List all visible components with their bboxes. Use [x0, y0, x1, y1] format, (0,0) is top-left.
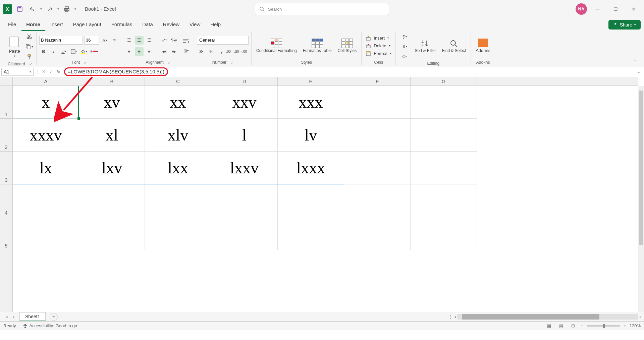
increase-decimal-button[interactable]: .00→.0: [227, 47, 236, 56]
format-cells-button[interactable]: Format▾: [364, 50, 393, 57]
tab-data[interactable]: Data: [138, 19, 158, 31]
column-header-D[interactable]: D: [211, 77, 278, 86]
align-top-button[interactable]: ☰: [125, 36, 133, 45]
undo-button[interactable]: [28, 4, 38, 14]
cell-C2[interactable]: xlv: [145, 119, 211, 152]
cell-E4[interactable]: [278, 184, 344, 217]
align-center-button[interactable]: ≡: [135, 47, 144, 56]
cell-A5[interactable]: [13, 217, 79, 250]
column-header-A[interactable]: A: [13, 77, 79, 86]
page-layout-view-button[interactable]: ▤: [557, 322, 566, 330]
column-header-E[interactable]: E: [278, 77, 344, 86]
cell-B4[interactable]: [79, 184, 145, 217]
accessibility-status[interactable]: Accessibility: Good to go: [23, 323, 77, 328]
copy-button[interactable]: ▾: [25, 42, 34, 51]
format-as-table-button[interactable]: Format as Table: [301, 37, 334, 54]
sort-filter-button[interactable]: AZ Sort & Filter: [413, 38, 438, 54]
align-left-button[interactable]: ≡: [125, 47, 133, 56]
cell-A2[interactable]: xxxv: [13, 119, 79, 152]
cancel-formula-button[interactable]: ✕: [40, 68, 47, 75]
cell-G4[interactable]: [411, 184, 477, 217]
cell-G3[interactable]: [411, 152, 477, 184]
clipboard-launcher[interactable]: ⤢: [29, 62, 32, 66]
save-button[interactable]: [15, 4, 25, 14]
font-launcher[interactable]: ⤢: [84, 61, 87, 64]
number-launcher[interactable]: ⤢: [230, 61, 233, 64]
cell-C5[interactable]: [145, 217, 211, 250]
cell-E1[interactable]: xxx: [278, 86, 344, 119]
increase-indent-button[interactable]: ≡▸: [170, 47, 178, 56]
minimize-button[interactable]: ─: [590, 3, 605, 15]
tab-file[interactable]: File: [3, 19, 21, 31]
vertical-scrollbar[interactable]: [638, 86, 644, 312]
paste-button[interactable]: Paste ▾: [6, 35, 23, 59]
cell-F2[interactable]: [344, 119, 411, 152]
comma-format-button[interactable]: ,: [217, 47, 226, 56]
column-header-C[interactable]: C: [145, 77, 211, 86]
row-header-4[interactable]: 4: [0, 184, 12, 217]
row-header-5[interactable]: 5: [0, 217, 12, 250]
align-right-button[interactable]: ≡: [145, 47, 154, 56]
cell-C4[interactable]: [145, 184, 211, 217]
bold-button[interactable]: B: [39, 47, 48, 56]
hscroll-right[interactable]: ▸: [640, 315, 641, 319]
tab-review[interactable]: Review: [158, 19, 184, 31]
sheet-tab-active[interactable]: Sheet1: [19, 312, 46, 321]
hscroll-thumb[interactable]: [462, 314, 599, 320]
italic-button[interactable]: I: [49, 47, 58, 56]
insert-function-button[interactable]: fx: [57, 69, 60, 74]
decrease-decimal-button[interactable]: .0→.00: [237, 47, 246, 56]
underline-button[interactable]: U▾: [59, 47, 68, 56]
addins-button[interactable]: Add-ins: [474, 37, 492, 54]
font-name-select[interactable]: [39, 36, 83, 45]
column-header-G[interactable]: G: [411, 77, 477, 86]
cell-B5[interactable]: [79, 217, 145, 250]
undo-dropdown[interactable]: ▾: [40, 7, 42, 11]
expand-formula-bar-button[interactable]: ⌄: [635, 69, 643, 74]
add-sheet-button[interactable]: +: [50, 313, 58, 321]
cell-D1[interactable]: xxv: [211, 86, 278, 119]
cell-G1[interactable]: [411, 86, 477, 119]
select-all-corner[interactable]: [0, 77, 13, 86]
tab-view[interactable]: View: [185, 19, 205, 31]
fill-button[interactable]: ⬇▾: [398, 42, 411, 51]
enter-formula-button[interactable]: ✓: [47, 68, 55, 75]
page-break-view-button[interactable]: ⊞: [569, 322, 578, 330]
tab-page-layout[interactable]: Page Layout: [68, 19, 106, 31]
borders-button[interactable]: ▾: [69, 47, 78, 56]
zoom-thumb[interactable]: [603, 324, 605, 328]
number-format-select[interactable]: [197, 36, 249, 45]
decrease-indent-button[interactable]: ◂≡: [160, 47, 168, 56]
row-header-1[interactable]: 1: [0, 86, 12, 119]
cell-A3[interactable]: lx: [13, 152, 79, 184]
column-header-F[interactable]: F: [344, 77, 411, 86]
cell-styles-button[interactable]: Cell Styles: [336, 37, 359, 54]
align-bottom-button[interactable]: ☰: [145, 36, 154, 45]
orientation-button[interactable]: ⤢▾: [160, 36, 168, 45]
cells-area[interactable]: xxvxxxxvxxxxxxvxlxlvllvlxlxvlxxlxxvlxxx: [13, 86, 638, 312]
fill-handle[interactable]: [77, 117, 80, 120]
cell-E3[interactable]: lxxx: [278, 152, 344, 184]
cell-B1[interactable]: xv: [79, 86, 145, 119]
zoom-out-button[interactable]: −: [581, 323, 584, 328]
hscroll-left[interactable]: ◂: [454, 315, 456, 319]
wrap-text-button[interactable]: [180, 37, 191, 45]
name-box[interactable]: A1 ▾: [1, 68, 34, 76]
cell-E5[interactable]: [278, 217, 344, 250]
cut-button[interactable]: [25, 32, 34, 41]
tab-insert[interactable]: Insert: [46, 19, 68, 31]
formula-input[interactable]: =LOWER(ROMAN(SEQUENCE(3,5,10,5))): [62, 68, 635, 76]
share-button[interactable]: Share ▾: [608, 20, 641, 30]
font-color-button[interactable]: A▾: [90, 47, 98, 56]
vscroll-thumb[interactable]: [639, 91, 643, 245]
cell-F3[interactable]: [344, 152, 411, 184]
accounting-format-button[interactable]: $▾: [197, 47, 206, 56]
conditional-formatting-button[interactable]: Conditional Formatting: [254, 37, 299, 54]
cell-D4[interactable]: [211, 184, 278, 217]
font-size-select[interactable]: [84, 36, 99, 45]
alignment-launcher[interactable]: ⤢: [168, 61, 170, 64]
cell-E2[interactable]: lv: [278, 119, 344, 152]
redo-button[interactable]: [45, 4, 55, 14]
tab-formulas[interactable]: Formulas: [107, 19, 137, 31]
cell-C3[interactable]: lxx: [145, 152, 211, 184]
